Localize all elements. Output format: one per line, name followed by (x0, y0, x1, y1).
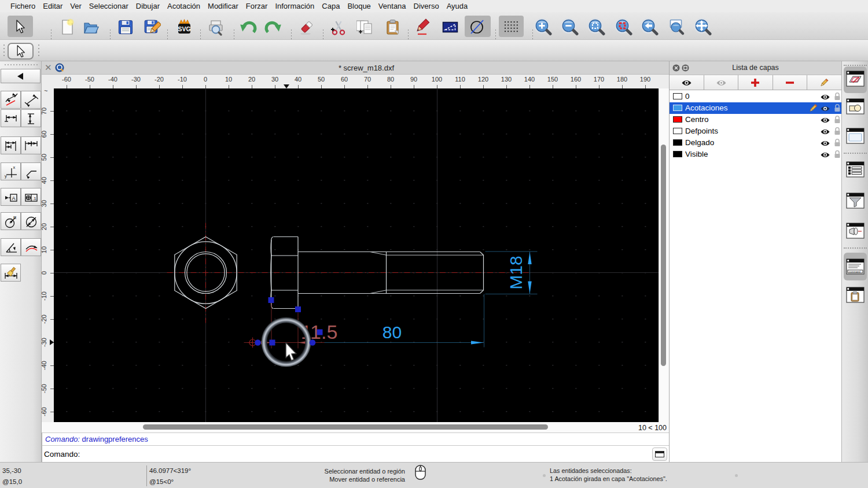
svg-text:M18: M18 (506, 256, 525, 289)
svg-text:80: 80 (382, 323, 402, 342)
svg-text:A: A (12, 195, 16, 201)
svg-text:y: y (5, 173, 7, 179)
svg-text:command: command (849, 271, 860, 273)
svg-text:SVG: SVG (178, 25, 190, 32)
svg-text:R: R (13, 215, 17, 220)
svg-text:.1: .1 (32, 196, 36, 201)
svg-text:x: x (13, 165, 16, 170)
